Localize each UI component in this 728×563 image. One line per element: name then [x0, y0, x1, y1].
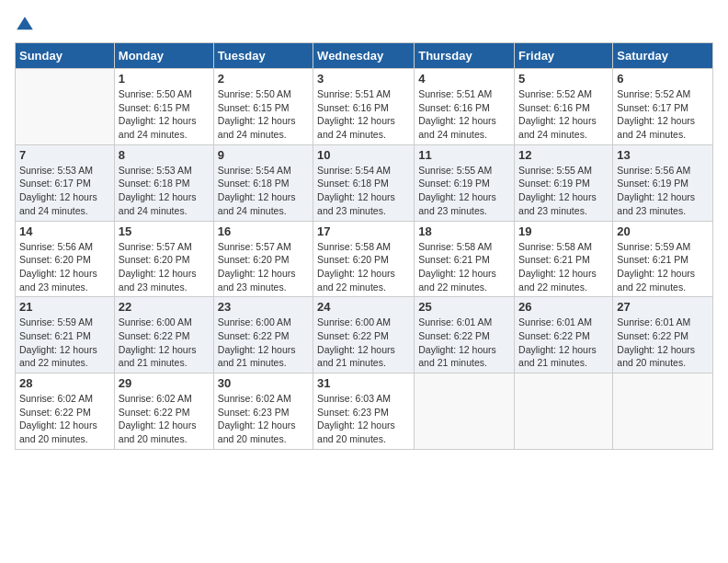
- day-info: Sunrise: 5:52 AMSunset: 6:17 PMDaylight:…: [617, 87, 709, 142]
- day-number: 7: [19, 148, 110, 162]
- day-number: 23: [218, 300, 309, 314]
- day-info: Sunrise: 5:54 AMSunset: 6:18 PMDaylight:…: [317, 164, 410, 218]
- day-number: 8: [119, 148, 210, 162]
- day-info: Sunrise: 6:03 AMSunset: 6:23 PMDaylight:…: [317, 392, 410, 446]
- day-info: Sunrise: 6:02 AMSunset: 6:22 PMDaylight:…: [119, 392, 210, 446]
- day-number: 13: [617, 148, 709, 162]
- day-info: Sunrise: 5:58 AMSunset: 6:20 PMDaylight:…: [317, 240, 410, 294]
- calendar-cell: 16Sunrise: 5:57 AMSunset: 6:20 PMDayligh…: [213, 221, 313, 297]
- day-number: 20: [617, 224, 709, 238]
- day-info: Sunrise: 5:59 AMSunset: 6:21 PMDaylight:…: [19, 316, 110, 370]
- day-number: 2: [218, 72, 309, 86]
- day-number: 19: [518, 224, 609, 238]
- day-info: Sunrise: 5:52 AMSunset: 6:16 PMDaylight:…: [518, 87, 609, 142]
- svg-marker-0: [17, 17, 33, 29]
- calendar-week-row: 28Sunrise: 6:02 AMSunset: 6:22 PMDayligh…: [16, 373, 713, 450]
- day-info: Sunrise: 5:59 AMSunset: 6:21 PMDaylight:…: [617, 240, 709, 294]
- day-info: Sunrise: 6:02 AMSunset: 6:23 PMDaylight:…: [218, 392, 309, 446]
- day-number: 12: [518, 148, 609, 162]
- day-number: 4: [418, 72, 510, 86]
- day-number: 21: [19, 300, 110, 314]
- day-number: 24: [317, 300, 410, 314]
- calendar-cell: 31Sunrise: 6:03 AMSunset: 6:23 PMDayligh…: [313, 373, 415, 450]
- day-info: Sunrise: 6:01 AMSunset: 6:22 PMDaylight:…: [418, 316, 510, 370]
- col-header-friday: Friday: [515, 43, 613, 69]
- day-info: Sunrise: 5:55 AMSunset: 6:19 PMDaylight:…: [418, 164, 510, 218]
- col-header-thursday: Thursday: [415, 43, 515, 69]
- calendar-cell: 24Sunrise: 6:00 AMSunset: 6:22 PMDayligh…: [313, 297, 415, 373]
- calendar-cell: 14Sunrise: 5:56 AMSunset: 6:20 PMDayligh…: [16, 221, 115, 297]
- day-number: 14: [19, 224, 110, 238]
- col-header-wednesday: Wednesday: [313, 43, 415, 69]
- calendar-cell: 4Sunrise: 5:51 AMSunset: 6:16 PMDaylight…: [415, 69, 515, 145]
- calendar-cell: 21Sunrise: 5:59 AMSunset: 6:21 PMDayligh…: [16, 297, 115, 373]
- day-info: Sunrise: 5:57 AMSunset: 6:20 PMDaylight:…: [119, 240, 210, 294]
- calendar-cell: 15Sunrise: 5:57 AMSunset: 6:20 PMDayligh…: [114, 221, 213, 297]
- day-info: Sunrise: 6:00 AMSunset: 6:22 PMDaylight:…: [218, 316, 309, 370]
- calendar-cell: 7Sunrise: 5:53 AMSunset: 6:17 PMDaylight…: [16, 144, 115, 221]
- day-info: Sunrise: 6:01 AMSunset: 6:22 PMDaylight:…: [617, 316, 709, 370]
- calendar-cell: 3Sunrise: 5:51 AMSunset: 6:16 PMDaylight…: [313, 69, 415, 145]
- calendar-cell: 30Sunrise: 6:02 AMSunset: 6:23 PMDayligh…: [213, 373, 313, 450]
- day-number: 22: [119, 300, 210, 314]
- day-number: 17: [317, 224, 410, 238]
- day-info: Sunrise: 6:00 AMSunset: 6:22 PMDaylight:…: [317, 316, 410, 370]
- calendar-cell: 22Sunrise: 6:00 AMSunset: 6:22 PMDayligh…: [114, 297, 213, 373]
- day-info: Sunrise: 5:58 AMSunset: 6:21 PMDaylight:…: [518, 240, 609, 294]
- calendar-cell: 10Sunrise: 5:54 AMSunset: 6:18 PMDayligh…: [313, 144, 415, 221]
- day-number: 5: [518, 72, 609, 86]
- calendar-cell: 12Sunrise: 5:55 AMSunset: 6:19 PMDayligh…: [515, 144, 613, 221]
- logo-icon: [15, 15, 35, 35]
- day-number: 9: [218, 148, 309, 162]
- day-number: 11: [418, 148, 510, 162]
- day-number: 27: [617, 300, 709, 314]
- day-info: Sunrise: 5:53 AMSunset: 6:18 PMDaylight:…: [119, 164, 210, 218]
- day-number: 25: [418, 300, 510, 314]
- calendar-cell: 29Sunrise: 6:02 AMSunset: 6:22 PMDayligh…: [114, 373, 213, 450]
- day-info: Sunrise: 5:53 AMSunset: 6:17 PMDaylight:…: [19, 164, 110, 218]
- calendar-week-row: 7Sunrise: 5:53 AMSunset: 6:17 PMDaylight…: [16, 144, 713, 221]
- day-info: Sunrise: 5:58 AMSunset: 6:21 PMDaylight:…: [418, 240, 510, 294]
- calendar-cell: 18Sunrise: 5:58 AMSunset: 6:21 PMDayligh…: [415, 221, 515, 297]
- day-number: 31: [317, 376, 410, 390]
- calendar-week-row: 1Sunrise: 5:50 AMSunset: 6:15 PMDaylight…: [16, 69, 713, 145]
- day-number: 26: [518, 300, 609, 314]
- day-number: 16: [218, 224, 309, 238]
- calendar-cell: 13Sunrise: 5:56 AMSunset: 6:19 PMDayligh…: [613, 144, 713, 221]
- day-info: Sunrise: 5:56 AMSunset: 6:20 PMDaylight:…: [19, 240, 110, 294]
- calendar-cell: 8Sunrise: 5:53 AMSunset: 6:18 PMDaylight…: [114, 144, 213, 221]
- calendar-cell: 5Sunrise: 5:52 AMSunset: 6:16 PMDaylight…: [515, 69, 613, 145]
- day-number: 1: [119, 72, 210, 86]
- calendar-cell: 26Sunrise: 6:01 AMSunset: 6:22 PMDayligh…: [515, 297, 613, 373]
- day-number: 15: [119, 224, 210, 238]
- calendar-cell: 9Sunrise: 5:54 AMSunset: 6:18 PMDaylight…: [213, 144, 313, 221]
- calendar-cell: 11Sunrise: 5:55 AMSunset: 6:19 PMDayligh…: [415, 144, 515, 221]
- col-header-sunday: Sunday: [16, 43, 115, 69]
- day-number: 6: [617, 72, 709, 86]
- day-number: 3: [317, 72, 410, 86]
- calendar: SundayMondayTuesdayWednesdayThursdayFrid…: [15, 42, 713, 450]
- col-header-tuesday: Tuesday: [213, 43, 313, 69]
- calendar-cell: [415, 373, 515, 450]
- calendar-cell: 17Sunrise: 5:58 AMSunset: 6:20 PMDayligh…: [313, 221, 415, 297]
- calendar-cell: 2Sunrise: 5:50 AMSunset: 6:15 PMDaylight…: [213, 69, 313, 145]
- day-number: 18: [418, 224, 510, 238]
- day-info: Sunrise: 5:51 AMSunset: 6:16 PMDaylight:…: [418, 87, 510, 142]
- calendar-cell: 6Sunrise: 5:52 AMSunset: 6:17 PMDaylight…: [613, 69, 713, 145]
- calendar-header-row: SundayMondayTuesdayWednesdayThursdayFrid…: [16, 43, 713, 69]
- day-info: Sunrise: 6:02 AMSunset: 6:22 PMDaylight:…: [19, 392, 110, 446]
- day-number: 10: [317, 148, 410, 162]
- day-info: Sunrise: 5:50 AMSunset: 6:15 PMDaylight:…: [218, 87, 309, 142]
- calendar-cell: [515, 373, 613, 450]
- calendar-cell: 27Sunrise: 6:01 AMSunset: 6:22 PMDayligh…: [613, 297, 713, 373]
- day-info: Sunrise: 5:55 AMSunset: 6:19 PMDaylight:…: [518, 164, 609, 218]
- calendar-week-row: 14Sunrise: 5:56 AMSunset: 6:20 PMDayligh…: [16, 221, 713, 297]
- calendar-cell: 25Sunrise: 6:01 AMSunset: 6:22 PMDayligh…: [415, 297, 515, 373]
- day-info: Sunrise: 5:56 AMSunset: 6:19 PMDaylight:…: [617, 164, 709, 218]
- day-info: Sunrise: 5:51 AMSunset: 6:16 PMDaylight:…: [317, 87, 410, 142]
- day-number: 29: [119, 376, 210, 390]
- day-number: 28: [19, 376, 110, 390]
- day-info: Sunrise: 5:50 AMSunset: 6:15 PMDaylight:…: [119, 87, 210, 142]
- logo: [15, 15, 37, 35]
- calendar-cell: 23Sunrise: 6:00 AMSunset: 6:22 PMDayligh…: [213, 297, 313, 373]
